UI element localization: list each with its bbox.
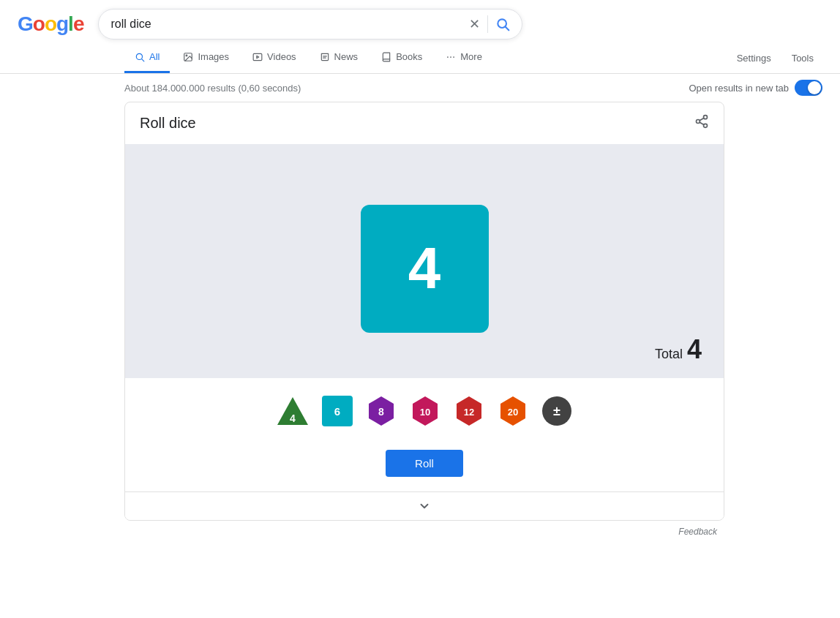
svg-line-17 [700, 118, 704, 120]
videos-nav-icon [252, 52, 263, 62]
tab-all[interactable]: All [124, 42, 170, 73]
tab-news-label: News [334, 51, 359, 62]
nav-settings-tools: Settings Tools [728, 45, 822, 71]
svg-point-10 [447, 56, 449, 58]
open-results-toggle[interactable] [795, 80, 822, 96]
expand-row[interactable] [125, 491, 724, 520]
tab-videos-label: Videos [267, 51, 296, 62]
total-label: Total [655, 347, 683, 362]
svg-point-12 [453, 56, 454, 58]
search-divider [487, 15, 488, 33]
svg-rect-6 [253, 53, 262, 60]
news-nav-icon [320, 52, 330, 62]
settings-button[interactable]: Settings [728, 45, 780, 71]
dice-card-title: Roll dice [140, 115, 196, 132]
google-logo[interactable]: Google [18, 12, 83, 36]
nav-tabs: All Images Videos News Books More Settin… [0, 42, 840, 74]
svg-text:±: ± [553, 404, 560, 418]
tab-news[interactable]: News [310, 42, 369, 73]
open-results-label: Open results in new tab [689, 83, 789, 94]
die-d8-svg: 8 [364, 394, 398, 428]
tab-videos[interactable]: Videos [242, 42, 307, 73]
tab-books-label: Books [396, 51, 422, 62]
svg-text:20: 20 [508, 407, 518, 418]
dice-face[interactable]: 4 [361, 205, 489, 333]
books-nav-icon [381, 52, 391, 62]
dice-value: 4 [408, 235, 441, 302]
images-nav-icon [183, 52, 193, 62]
header: Google ✕ [0, 0, 840, 39]
search-input[interactable] [110, 18, 462, 31]
main-content: Roll dice 4 Total 4 [0, 102, 840, 541]
toggle-knob [808, 81, 821, 94]
svg-text:8: 8 [378, 406, 384, 418]
die-d4-svg: 4 [276, 394, 310, 428]
roll-button[interactable]: Roll [386, 450, 463, 477]
feedback-label: Feedback [678, 527, 724, 537]
svg-point-5 [187, 55, 188, 56]
results-meta: About 184.000.000 results (0,60 seconds)… [0, 74, 840, 102]
tab-all-label: All [149, 51, 160, 62]
svg-line-1 [506, 27, 509, 31]
die-d12-svg: 12 [452, 394, 486, 428]
dice-display-area: 4 Total 4 [125, 144, 724, 378]
search-nav-icon [135, 52, 145, 62]
die-custom-option[interactable]: ± [539, 393, 574, 429]
svg-text:4: 4 [290, 412, 296, 424]
tools-button[interactable]: Tools [783, 45, 822, 71]
dice-card-header: Roll dice [125, 102, 724, 144]
chevron-down-icon [418, 500, 431, 513]
tab-images-label: Images [198, 51, 229, 62]
results-count: About 184.000.000 results (0,60 seconds) [124, 83, 301, 94]
open-results-row: Open results in new tab [689, 80, 822, 96]
more-nav-icon [446, 52, 456, 62]
die-d10-option[interactable]: 10 [408, 393, 443, 429]
die-custom-svg: ± [541, 395, 573, 427]
tab-books[interactable]: Books [371, 42, 432, 73]
die-d6-label: 6 [334, 405, 340, 418]
die-d10-svg: 10 [408, 394, 442, 428]
die-d4-option[interactable]: 4 [274, 393, 311, 429]
dice-selector: 4 6 8 10 [125, 378, 724, 444]
tab-more-label: More [460, 51, 482, 62]
die-d20-option[interactable]: 20 [495, 393, 530, 429]
die-d6-face: 6 [322, 396, 353, 426]
tab-more[interactable]: More [435, 42, 492, 73]
clear-icon[interactable]: ✕ [469, 16, 480, 32]
tab-images[interactable]: Images [173, 42, 239, 73]
svg-text:10: 10 [420, 407, 430, 418]
search-button[interactable] [495, 17, 510, 31]
die-d12-option[interactable]: 12 [451, 393, 487, 429]
die-d20-svg: 20 [496, 394, 530, 428]
dice-card: Roll dice 4 Total 4 [124, 102, 724, 521]
svg-text:12: 12 [464, 407, 474, 418]
share-icon[interactable] [694, 114, 709, 132]
die-d6-option[interactable]: 6 [320, 393, 355, 429]
svg-point-11 [450, 56, 451, 58]
svg-line-3 [142, 59, 144, 61]
total-value: 4 [687, 334, 702, 365]
search-bar: ✕ [98, 9, 522, 39]
die-d8-option[interactable]: 8 [364, 393, 399, 429]
feedback-row: Feedback [124, 521, 724, 541]
svg-line-16 [700, 122, 704, 124]
dice-total: Total 4 [655, 334, 702, 365]
roll-button-row: Roll [125, 444, 724, 491]
svg-marker-7 [257, 56, 259, 59]
